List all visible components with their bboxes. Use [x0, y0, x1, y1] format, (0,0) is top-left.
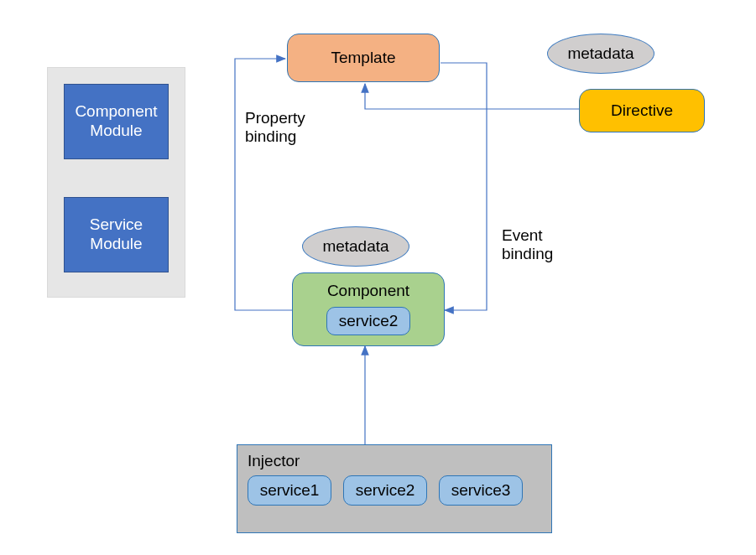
injector-title: Injector: [248, 452, 541, 470]
injector-service-1: service1: [248, 475, 331, 506]
component-inner-service: service2: [326, 307, 410, 335]
injector-service-2-label: service2: [356, 481, 415, 500]
template-box: Template: [287, 34, 440, 82]
metadata-top-label: metadata: [567, 44, 633, 63]
injector-service-3: service3: [439, 475, 523, 506]
arrow-property-binding: [235, 59, 292, 310]
injector-service-1-label: service1: [260, 481, 320, 500]
template-label: Template: [331, 49, 395, 67]
metadata-top-ellipse: metadata: [547, 34, 654, 74]
metadata-mid-label: metadata: [322, 237, 388, 256]
component-module-box: Component Module: [64, 84, 169, 159]
property-binding-label: Property binding: [245, 109, 305, 146]
injector-service-2: service2: [343, 475, 427, 506]
component-box: Component service2: [292, 272, 445, 346]
injector-panel: Injector service1 service2 service3: [237, 444, 552, 533]
metadata-mid-ellipse: metadata: [302, 226, 409, 267]
arrow-event-binding: [441, 63, 487, 310]
event-binding-label: Event binding: [502, 226, 553, 263]
component-label: Component: [327, 282, 409, 300]
component-module-label: Component Module: [65, 102, 168, 141]
service-module-box: Service Module: [64, 197, 169, 272]
directive-box: Directive: [579, 89, 705, 132]
injector-service-3-label: service3: [451, 481, 511, 500]
service-module-label: Service Module: [65, 215, 168, 254]
component-inner-service-label: service2: [339, 312, 399, 330]
arrow-directive-template: [365, 84, 579, 109]
directive-label: Directive: [611, 101, 673, 120]
